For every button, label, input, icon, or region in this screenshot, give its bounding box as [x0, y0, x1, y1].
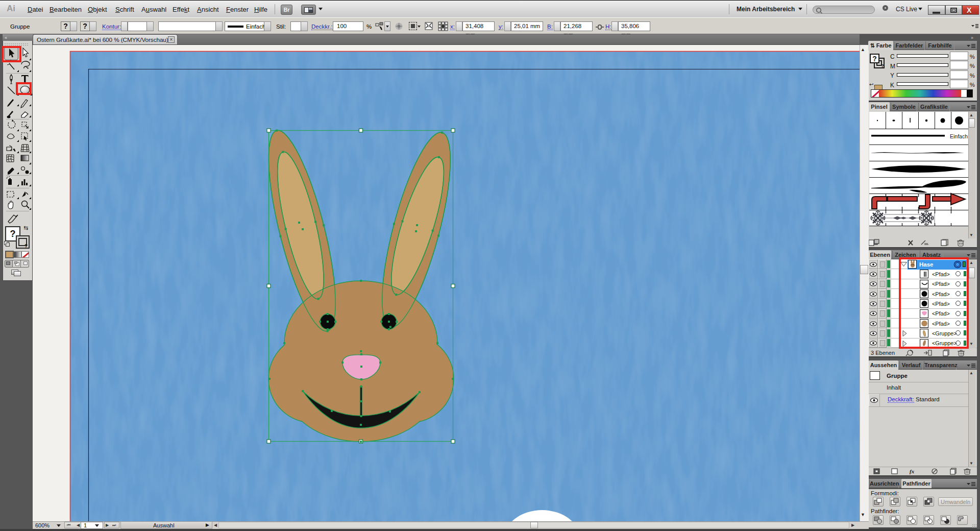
svg-text:Einfach: Einfach: [950, 133, 968, 139]
svg-text:fx: fx: [910, 468, 915, 474]
